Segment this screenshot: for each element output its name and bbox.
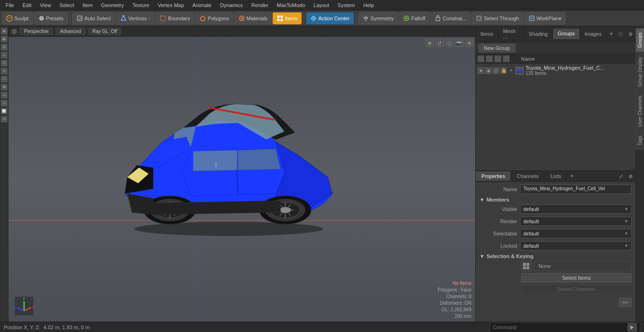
- menu-animate[interactable]: Animate: [189, 1, 215, 9]
- left-tool-2[interactable]: ▦: [1, 36, 8, 42]
- locked-select[interactable]: default ▼: [520, 241, 632, 251]
- header-icon-4[interactable]: [503, 56, 510, 62]
- command-submit[interactable]: ▶: [627, 323, 637, 332]
- header-icon-3[interactable]: [495, 56, 501, 62]
- left-tool-12[interactable]: ⊗: [1, 116, 8, 122]
- left-tool-11[interactable]: ⬜: [1, 108, 8, 114]
- vtab-groups[interactable]: Groups: [636, 28, 644, 52]
- left-tool-4[interactable]: ≡: [1, 52, 8, 58]
- select-through-button[interactable]: Select Through: [471, 12, 523, 24]
- menu-system[interactable]: System: [334, 1, 359, 9]
- workplane-button[interactable]: WorkPlane: [524, 12, 566, 24]
- viewport-icon-settings[interactable]: ⚙: [465, 39, 473, 47]
- menu-edit[interactable]: Edit: [19, 1, 35, 9]
- vtab-group-display[interactable]: Group Display: [636, 53, 644, 91]
- panel-expand[interactable]: ⬡: [616, 30, 626, 39]
- viewport-icon-rotate[interactable]: ↺: [435, 39, 444, 47]
- viewport-menu-dot[interactable]: [11, 29, 17, 34]
- name-input[interactable]: Toyota_Mirai_Hydrogen_Fuel_Cell_Vel: [520, 185, 632, 194]
- left-tool-8[interactable]: ✱: [1, 84, 8, 90]
- advanced-button[interactable]: Advanced: [56, 28, 85, 35]
- auto-select-button[interactable]: Auto Select: [72, 12, 115, 24]
- selectable-select[interactable]: default ▼: [520, 229, 632, 238]
- presets-button[interactable]: Presets: [34, 12, 68, 24]
- menu-texture[interactable]: Texture: [129, 1, 153, 9]
- tab-groups[interactable]: Groups: [553, 29, 580, 39]
- items-button[interactable]: Items: [272, 12, 302, 24]
- perspective-button[interactable]: Perspective: [20, 28, 53, 35]
- menu-select[interactable]: Select: [56, 1, 78, 9]
- menu-file[interactable]: File: [2, 1, 18, 9]
- props-tab-channels[interactable]: Channels: [511, 171, 545, 181]
- left-tool-3[interactable]: ⊞: [1, 44, 8, 50]
- tab-mesh[interactable]: Mesh ...: [498, 26, 524, 41]
- left-tool-9[interactable]: ⧄: [1, 92, 8, 98]
- left-tool-7[interactable]: ⬡: [1, 76, 8, 82]
- viewport-icon-zoom[interactable]: ⬡: [445, 39, 454, 47]
- sculpt-button[interactable]: Sculpt: [2, 12, 33, 24]
- item-render-icon[interactable]: ◈: [485, 67, 492, 74]
- svg-rect-9: [277, 16, 280, 18]
- menu-maxtomodo[interactable]: MaxToModo: [273, 1, 309, 9]
- header-icon-1[interactable]: [478, 56, 484, 62]
- viewport-icon-camera[interactable]: 📷: [455, 39, 463, 47]
- symmetry-button[interactable]: Symmetry: [358, 12, 398, 24]
- vtab-user-channels[interactable]: User Channels: [636, 91, 644, 131]
- tab-shading[interactable]: Shading: [524, 29, 553, 39]
- item-visible-icon[interactable]: ●: [478, 67, 484, 74]
- viewport-icon-move[interactable]: ⊕: [425, 39, 434, 47]
- props-expand[interactable]: ⤢: [616, 172, 626, 181]
- panel-add[interactable]: +: [607, 29, 616, 39]
- menu-vertexmap[interactable]: Vertex Map: [154, 1, 188, 9]
- raygl-button[interactable]: Ray GL: Off: [88, 28, 122, 35]
- command-input[interactable]: [493, 324, 627, 330]
- vertices-button[interactable]: Vertices 1: [116, 12, 155, 24]
- falloff-button[interactable]: Falloff: [399, 12, 429, 24]
- left-tool-1[interactable]: ◉: [1, 28, 8, 34]
- menu-render[interactable]: Render: [248, 1, 272, 9]
- panel-settings[interactable]: ⚙: [626, 30, 636, 39]
- props-tab-properties[interactable]: Properties: [476, 171, 511, 181]
- header-icon-2[interactable]: [486, 56, 493, 62]
- item-lock-icon[interactable]: 🔒: [500, 67, 507, 74]
- menu-geometry[interactable]: Geometry: [97, 1, 127, 9]
- menu-view[interactable]: View: [36, 1, 55, 9]
- item-expand[interactable]: +: [510, 68, 512, 73]
- svg-marker-6: [200, 16, 205, 21]
- menu-help[interactable]: Help: [360, 1, 378, 9]
- constraints-button[interactable]: Constrai...: [430, 12, 471, 24]
- tab-images[interactable]: Images: [580, 29, 607, 39]
- select-channels-button[interactable]: Select Channels: [521, 284, 632, 294]
- props-settings[interactable]: ⚙: [626, 172, 636, 181]
- props-tab-lists[interactable]: Lists: [545, 171, 568, 181]
- left-tool-10[interactable]: ⊙: [1, 100, 8, 106]
- groups-toolbar: New Group: [476, 42, 636, 55]
- vtab-tags[interactable]: Tags: [636, 131, 644, 150]
- select-items-button[interactable]: Select Items: [521, 273, 632, 283]
- materials-button[interactable]: Materials: [234, 12, 272, 24]
- left-tool-6[interactable]: ✦: [1, 68, 8, 74]
- tab-items[interactable]: Items: [476, 29, 498, 39]
- menu-layout[interactable]: Layout: [310, 1, 333, 9]
- viewport-canvas[interactable]: T ⊕ ↺ ⬡ 📷 ⚙ X Y: [8, 37, 475, 322]
- bottom-bar: Position X, Y, Z: 4.02 m, 1.93 m, 0 m ▶: [0, 322, 644, 332]
- symmetry-icon: [363, 15, 369, 22]
- svg-text:Z: Z: [14, 305, 17, 309]
- expand-arrow-button[interactable]: >>: [619, 298, 632, 307]
- props-tab-add[interactable]: +: [567, 171, 576, 181]
- status-no-items: No Items: [438, 280, 471, 287]
- menu-dynamics[interactable]: Dynamics: [216, 1, 247, 9]
- boundary-button[interactable]: Boundary: [156, 12, 194, 24]
- name-label: Name: [479, 186, 517, 192]
- list-item[interactable]: ● ◈ □ 🔒 + Toyota_Mirai_Hydrogen_Fuel_C..…: [476, 64, 636, 77]
- action-center-button[interactable]: Action Center: [306, 12, 354, 24]
- left-tool-5[interactable]: ⊡: [1, 60, 8, 66]
- new-group-button[interactable]: New Group: [479, 44, 515, 52]
- menu-item[interactable]: Item: [79, 1, 96, 9]
- visible-select[interactable]: default ▼: [520, 204, 632, 214]
- viewport-header: Perspective Advanced Ray GL: Off: [8, 26, 475, 37]
- grid-overlay: T: [8, 37, 475, 322]
- polygons-button[interactable]: Polygons: [195, 12, 233, 24]
- item-select-icon[interactable]: □: [493, 67, 499, 74]
- render-select[interactable]: default ▼: [520, 217, 632, 226]
